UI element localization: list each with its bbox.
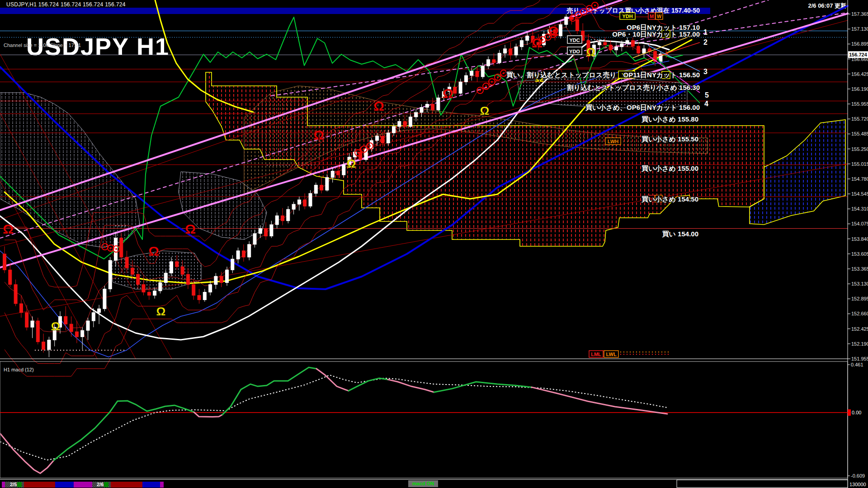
order-annotation: 買い小さめ、OP6日NYカット 156.00 bbox=[585, 103, 700, 111]
macd-main-line bbox=[532, 387, 667, 414]
candle bbox=[220, 276, 223, 282]
candle bbox=[209, 285, 212, 292]
candle bbox=[409, 117, 412, 127]
candle bbox=[642, 49, 646, 53]
candle bbox=[615, 47, 618, 50]
candle bbox=[464, 75, 467, 82]
candle bbox=[514, 47, 518, 55]
axis-price-label: 156.895 bbox=[851, 41, 868, 47]
axis-price-label: 153.130 bbox=[851, 281, 868, 286]
axis-price-label: 155.015 bbox=[851, 161, 868, 167]
candle bbox=[526, 36, 529, 41]
candle bbox=[481, 66, 484, 77]
candle bbox=[75, 332, 78, 337]
order-annotation: 買い小さめ 155.80 bbox=[641, 115, 698, 123]
candle bbox=[70, 324, 73, 332]
chart-canvas[interactable]: ΩΩΩΩΩΩΩΩΩΩΩΩΩΩ 12354 YDHMWDYDCYDOYDLDLWH… bbox=[0, 0, 868, 488]
candle bbox=[203, 292, 206, 300]
candle bbox=[437, 98, 440, 110]
axis-price-label: 156.425 bbox=[851, 71, 868, 77]
order-annotation: 買い小さめ 155.50 bbox=[641, 135, 698, 143]
timeline-scrollbar bbox=[677, 480, 848, 488]
candle bbox=[281, 216, 284, 221]
candle bbox=[604, 42, 607, 45]
candle bbox=[159, 282, 162, 291]
candle bbox=[292, 204, 295, 209]
order-annotation: 買い、割り込むとストップロス売り OP11日NYカット 156.50 bbox=[506, 71, 700, 79]
session-segment bbox=[2, 482, 5, 488]
macd-scale-label: 0.461 bbox=[851, 362, 863, 367]
candle bbox=[120, 238, 123, 257]
svg-text:YDH: YDH bbox=[622, 14, 632, 19]
axis-price-label: 157.130 bbox=[851, 26, 868, 32]
candle bbox=[98, 309, 101, 312]
axis-price-label: 156.190 bbox=[851, 86, 868, 92]
candle bbox=[81, 330, 84, 337]
candle bbox=[259, 229, 262, 234]
macd-signal-line bbox=[0, 375, 667, 460]
axis-price-label: 152.895 bbox=[851, 296, 868, 301]
candle bbox=[92, 313, 95, 321]
price-axis[interactable]: 157.365157.130156.895156.660156.425156.1… bbox=[0, 0, 868, 488]
candle bbox=[137, 274, 140, 285]
candle bbox=[376, 136, 379, 141]
candle bbox=[287, 209, 290, 221]
macd-main-line bbox=[316, 369, 349, 391]
candle bbox=[403, 122, 406, 127]
order-annotation: 買い小さめ 155.00 bbox=[641, 164, 698, 172]
candle bbox=[236, 251, 240, 259]
order-annotation: 買い 154.00 bbox=[662, 230, 698, 238]
candle bbox=[64, 316, 67, 324]
svg-text:M: M bbox=[650, 14, 654, 19]
candle bbox=[181, 267, 184, 274]
sell-omega-icon: Ω bbox=[185, 221, 196, 236]
candle bbox=[103, 289, 106, 309]
buy-omega-icon: Ω bbox=[586, 45, 596, 59]
axis-price-label: 154.545 bbox=[851, 191, 868, 197]
candle bbox=[565, 17, 568, 24]
candle bbox=[425, 104, 429, 108]
candle bbox=[320, 185, 323, 190]
day-separator-label: 2/5 bbox=[10, 482, 17, 487]
line-number-label: 1 bbox=[703, 28, 708, 36]
candle bbox=[326, 178, 329, 190]
candle bbox=[453, 87, 457, 93]
macd-main-line bbox=[349, 378, 388, 391]
candle bbox=[431, 104, 434, 110]
buy-omega-icon: Ω bbox=[51, 319, 61, 333]
candle bbox=[108, 260, 112, 289]
candle bbox=[598, 42, 601, 45]
candle bbox=[337, 171, 340, 175]
candle bbox=[626, 41, 629, 44]
candle bbox=[86, 321, 90, 330]
line-number-label: 4 bbox=[704, 100, 708, 108]
mt4-chart-window: { "app": { "symbol_line": "USDJPY,H1 156… bbox=[0, 0, 868, 488]
svg-text:W: W bbox=[657, 14, 662, 19]
candle bbox=[14, 285, 17, 304]
candle bbox=[420, 108, 423, 113]
candle bbox=[147, 292, 151, 296]
line-number-label: 5 bbox=[705, 91, 709, 99]
candle bbox=[492, 60, 495, 63]
bottom-timeline-bar[interactable]: 2/52/6 bbox=[0, 479, 848, 488]
candle bbox=[487, 60, 490, 66]
candle bbox=[25, 313, 28, 327]
candle bbox=[498, 53, 501, 63]
candle bbox=[270, 225, 273, 236]
candle bbox=[125, 257, 128, 268]
candle bbox=[387, 133, 390, 143]
session-segment bbox=[74, 482, 92, 488]
macd-pane[interactable]: 0.461-0.6090.00 bbox=[0, 361, 865, 479]
candle bbox=[170, 262, 173, 273]
sell-omega-icon: Ω bbox=[373, 99, 384, 113]
candle bbox=[253, 234, 256, 244]
axis-price-label: 155.485 bbox=[851, 131, 868, 136]
axis-price-label: 155.955 bbox=[851, 101, 868, 107]
session-segment bbox=[111, 482, 142, 488]
svg-text:LML: LML bbox=[591, 352, 601, 357]
candle bbox=[631, 41, 634, 47]
session-segment bbox=[160, 482, 164, 488]
candle bbox=[175, 262, 179, 267]
svg-text:LWL: LWL bbox=[606, 352, 616, 357]
macd-main-line bbox=[222, 367, 316, 415]
